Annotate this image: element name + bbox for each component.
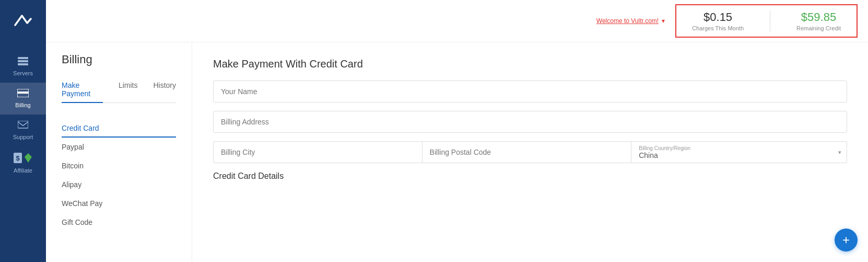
billing-address-input[interactable] bbox=[213, 111, 847, 133]
tab-history[interactable]: History bbox=[153, 77, 176, 103]
billing-country-value: China bbox=[639, 151, 831, 160]
main-content: Welcome to Vultr.com! ▾ $0.15 Charges Th… bbox=[46, 0, 868, 262]
credit-card-details-row: Credit Card Details bbox=[213, 172, 847, 181]
billing-icon bbox=[17, 89, 29, 100]
diamond-icon bbox=[24, 153, 32, 165]
svg-rect-2 bbox=[18, 63, 28, 65]
billing-postal-code-input[interactable] bbox=[423, 141, 632, 163]
tab-make-payment[interactable]: Make Payment bbox=[62, 77, 103, 103]
credit-card-details-title: Credit Card Details bbox=[213, 172, 284, 180]
sidebar-item-support[interactable]: Support bbox=[0, 115, 46, 146]
servers-icon bbox=[18, 57, 28, 68]
charges-amount: $0.15 bbox=[703, 10, 732, 24]
sidebar-support-label: Support bbox=[13, 134, 33, 140]
page-content: Billing Make Payment Limits History Cred… bbox=[46, 42, 868, 262]
billing-city-row: Billing Country/Region China ▾ bbox=[213, 141, 847, 163]
payment-method-wechat-pay[interactable]: WeChat Pay bbox=[62, 194, 176, 213]
billing-summary-box: $0.15 Charges This Month $59.85 Remainin… bbox=[675, 4, 858, 38]
billing-city-input[interactable] bbox=[213, 141, 423, 163]
billing-address-row bbox=[213, 111, 847, 133]
welcome-dropdown-arrow[interactable]: ▾ bbox=[662, 17, 665, 25]
header: Welcome to Vultr.com! ▾ $0.15 Charges Th… bbox=[46, 0, 868, 42]
charges-summary: $0.15 Charges This Month bbox=[692, 10, 744, 31]
fab-add-button[interactable]: + bbox=[835, 229, 858, 252]
sidebar-billing-label: Billing bbox=[15, 102, 30, 108]
country-chevron-icon: ▾ bbox=[838, 149, 841, 156]
payment-form-title: Make Payment With Credit Card bbox=[213, 58, 847, 70]
billing-country-select[interactable]: Billing Country/Region China ▾ bbox=[631, 141, 847, 163]
payment-method-paypal[interactable]: Paypal bbox=[62, 138, 176, 156]
payment-method-gift-code[interactable]: Gift Code bbox=[62, 213, 176, 232]
welcome-link[interactable]: Welcome to Vultr.com! bbox=[596, 17, 659, 25]
credit-label: Remaining Credit bbox=[796, 25, 841, 31]
svg-rect-1 bbox=[18, 60, 28, 62]
svg-marker-8 bbox=[25, 153, 32, 163]
credit-summary: $59.85 Remaining Credit bbox=[796, 10, 841, 31]
your-name-input[interactable] bbox=[213, 81, 847, 102]
dollar-icon: $ bbox=[14, 153, 22, 165]
your-name-row bbox=[213, 81, 847, 102]
billing-country-label: Billing Country/Region bbox=[639, 145, 831, 151]
svg-rect-0 bbox=[18, 57, 28, 59]
sidebar-item-servers[interactable]: Servers bbox=[0, 51, 46, 83]
payment-method-credit-card[interactable]: Credit Card bbox=[62, 119, 176, 138]
payment-method-bitcoin[interactable]: Bitcoin bbox=[62, 156, 176, 175]
sidebar: Servers Billing Support $ Affiliate bbox=[0, 0, 46, 262]
sidebar-item-affiliate[interactable]: $ Affiliate bbox=[0, 146, 46, 180]
sidebar-logo bbox=[7, 5, 39, 40]
svg-text:$: $ bbox=[16, 154, 20, 162]
sidebar-servers-label: Servers bbox=[13, 70, 33, 76]
charges-label: Charges This Month bbox=[692, 25, 744, 31]
tab-limits[interactable]: Limits bbox=[119, 77, 138, 103]
summary-divider bbox=[770, 10, 770, 31]
fab-plus-icon: + bbox=[842, 233, 850, 247]
tabs: Make Payment Limits History bbox=[62, 77, 176, 103]
page-title: Billing bbox=[62, 53, 176, 66]
sidebar-affiliate-label: Affiliate bbox=[14, 167, 32, 174]
support-icon bbox=[18, 121, 28, 132]
payment-method-alipay[interactable]: Alipay bbox=[62, 175, 176, 194]
right-panel: Make Payment With Credit Card Billing Co… bbox=[192, 42, 868, 262]
svg-rect-5 bbox=[18, 121, 28, 128]
left-panel: Billing Make Payment Limits History Cred… bbox=[46, 42, 192, 262]
sidebar-item-billing[interactable]: Billing bbox=[0, 83, 46, 115]
payment-methods-list: Credit Card Paypal Bitcoin Alipay WeChat… bbox=[62, 119, 176, 232]
svg-rect-4 bbox=[17, 92, 29, 94]
credit-amount: $59.85 bbox=[801, 10, 836, 24]
